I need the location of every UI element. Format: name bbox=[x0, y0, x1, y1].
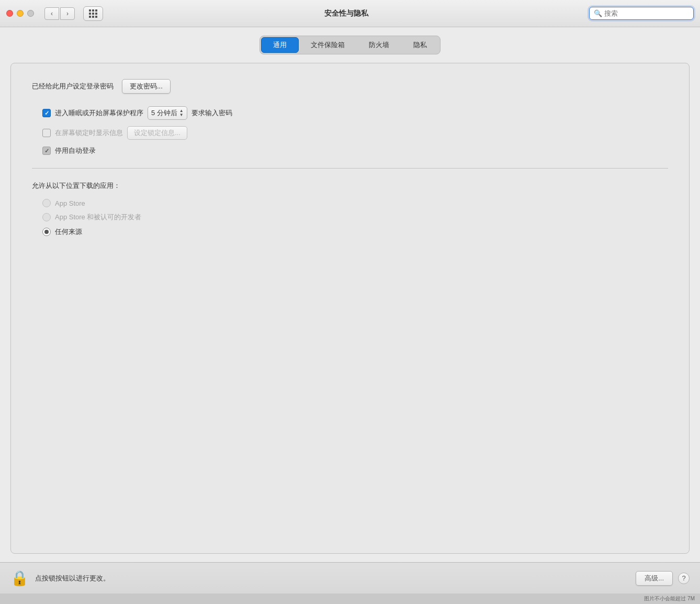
change-password-button[interactable]: 更改密码... bbox=[122, 79, 171, 94]
main-content: 通用 文件保险箱 防火墙 隐私 已经给此用户设定登录密码 更改密码... ✓ 进… bbox=[0, 27, 700, 562]
status-text: 图片不小会能超过 7M bbox=[644, 595, 695, 602]
checkmark-icon-2: ✓ bbox=[44, 148, 49, 154]
sleep-checkbox-label: 进入睡眠或开始屏幕保护程序 bbox=[55, 108, 143, 118]
section-divider bbox=[32, 168, 668, 169]
set-lock-message-button[interactable]: 设定锁定信息... bbox=[127, 126, 187, 140]
nav-buttons: ‹ › bbox=[44, 7, 75, 20]
tab-firewall[interactable]: 防火墙 bbox=[357, 37, 401, 53]
tabs: 通用 文件保险箱 防火墙 隐私 bbox=[259, 36, 441, 54]
sleep-checkbox[interactable]: ✓ bbox=[42, 109, 51, 117]
close-button[interactable] bbox=[6, 10, 13, 17]
checkbox-section: ✓ 进入睡眠或开始屏幕保护程序 5 分钟后 ▲ ▼ 要求输入密码 在屏幕锁定时显… bbox=[42, 106, 668, 155]
dropdown-value: 5 分钟后 bbox=[151, 108, 177, 118]
download-title: 允许从以下位置下载的应用： bbox=[32, 181, 668, 191]
minimize-button[interactable] bbox=[17, 10, 24, 17]
radio-anywhere[interactable] bbox=[42, 228, 51, 236]
content-panel: 已经给此用户设定登录密码 更改密码... ✓ 进入睡眠或开始屏幕保护程序 5 分… bbox=[10, 63, 690, 554]
lock-icon[interactable]: 🔒 bbox=[10, 569, 29, 587]
maximize-button[interactable] bbox=[27, 10, 34, 17]
radio-app-store-dev[interactable] bbox=[42, 213, 51, 221]
tab-general[interactable]: 通用 bbox=[261, 37, 299, 53]
traffic-lights bbox=[6, 10, 34, 17]
lock-status-text: 点按锁按钮以进行更改。 bbox=[35, 574, 636, 583]
search-box[interactable]: 🔍 bbox=[589, 7, 694, 20]
disable-autologin-checkbox[interactable]: ✓ bbox=[42, 147, 51, 155]
show-message-row: 在屏幕锁定时显示信息 设定锁定信息... bbox=[42, 126, 668, 140]
tabs-container: 通用 文件保险箱 防火墙 隐私 bbox=[10, 36, 690, 54]
radio-app-store[interactable] bbox=[42, 199, 51, 207]
search-icon: 🔍 bbox=[594, 9, 602, 17]
sleep-duration-dropdown[interactable]: 5 分钟后 ▲ ▼ bbox=[148, 106, 187, 120]
tab-privacy[interactable]: 隐私 bbox=[401, 37, 439, 53]
dropdown-arrows-icon: ▲ ▼ bbox=[179, 109, 184, 117]
disable-autologin-label: 停用自动登录 bbox=[55, 146, 96, 155]
status-bar: 图片不小会能超过 7M bbox=[0, 594, 700, 604]
titlebar: ‹ › 安全性与隐私 🔍 bbox=[0, 0, 700, 27]
show-message-checkbox[interactable] bbox=[42, 129, 51, 137]
password-row: 已经给此用户设定登录密码 更改密码... bbox=[32, 79, 668, 94]
download-section: 允许从以下位置下载的应用： App Store App Store 和被认可的开… bbox=[32, 181, 668, 237]
disable-autologin-row: ✓ 停用自动登录 bbox=[42, 146, 668, 155]
radio-app-store-label: App Store bbox=[55, 199, 85, 207]
require-password-label: 要求输入密码 bbox=[191, 108, 232, 118]
grid-icon bbox=[89, 9, 97, 18]
radio-options: App Store App Store 和被认可的开发者 任何来源 bbox=[42, 199, 668, 237]
password-label: 已经给此用户设定登录密码 bbox=[32, 82, 114, 91]
radio-anywhere-label: 任何来源 bbox=[55, 227, 82, 237]
show-message-label: 在屏幕锁定时显示信息 bbox=[55, 128, 123, 138]
advanced-button[interactable]: 高级... bbox=[636, 571, 673, 586]
radio-anywhere-row: 任何来源 bbox=[42, 227, 668, 237]
radio-app-store-row: App Store bbox=[42, 199, 668, 207]
help-button[interactable]: ? bbox=[678, 573, 690, 584]
search-input[interactable] bbox=[604, 9, 689, 17]
grid-button[interactable] bbox=[83, 6, 103, 21]
bottom-bar: 🔒 点按锁按钮以进行更改。 高级... ? bbox=[0, 562, 700, 594]
sleep-checkbox-row: ✓ 进入睡眠或开始屏幕保护程序 5 分钟后 ▲ ▼ 要求输入密码 bbox=[42, 106, 668, 120]
checkmark-icon: ✓ bbox=[44, 110, 49, 117]
forward-button[interactable]: › bbox=[60, 7, 75, 20]
radio-app-store-dev-row: App Store 和被认可的开发者 bbox=[42, 212, 668, 222]
radio-app-store-dev-label: App Store 和被认可的开发者 bbox=[55, 212, 141, 222]
back-button[interactable]: ‹ bbox=[44, 7, 59, 20]
tab-filevault[interactable]: 文件保险箱 bbox=[299, 37, 357, 53]
window-title: 安全性与隐私 bbox=[107, 9, 585, 18]
